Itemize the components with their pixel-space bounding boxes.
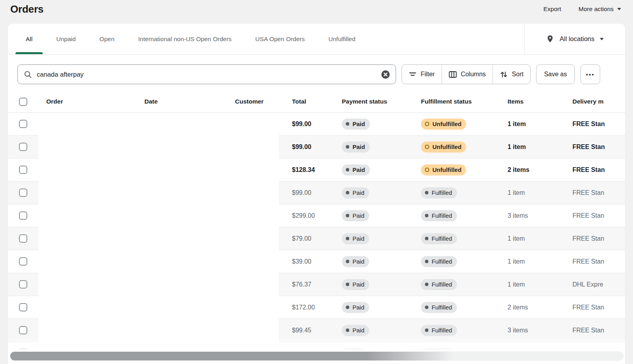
- status-dot-icon: [346, 191, 349, 194]
- save-as-button-label: Save as: [544, 71, 567, 78]
- fulfillment-status-cell: Unfulfilled: [413, 158, 500, 181]
- redacted-order-date-customer: [38, 296, 279, 319]
- table-row[interactable]: $99.45PaidFulfilled3 itemsFREE Stan: [8, 319, 625, 342]
- order-total: $172.00: [279, 296, 334, 319]
- table-row[interactable]: $76.37PaidFulfilled1 itemDHL Expre: [8, 273, 625, 296]
- save-as-button[interactable]: Save as: [536, 64, 575, 84]
- filter-button[interactable]: Filter: [402, 65, 442, 84]
- horizontal-scrollbar-track[interactable]: [9, 351, 624, 361]
- redacted-order-date-customer: [38, 181, 279, 204]
- row-checkbox[interactable]: [19, 143, 27, 151]
- table-row[interactable]: $128.34PaidUnfulfilled2 itemsFREE Stan: [8, 158, 625, 181]
- table-row[interactable]: $99.00PaidUnfulfilled1 itemFREE Stan: [8, 113, 625, 136]
- fulfillment-status-badge-label: Unfulfilled: [432, 143, 461, 150]
- fulfillment-status-badge: Fulfilled: [421, 233, 457, 244]
- tab-usa-open-orders[interactable]: USA Open Orders: [245, 24, 315, 54]
- order-total: $99.00: [279, 113, 334, 136]
- sort-button[interactable]: Sort: [493, 65, 530, 84]
- orders-panel: AllUnpaidOpenInternational non-US Open O…: [8, 24, 625, 364]
- order-total: $39.00: [279, 250, 334, 273]
- table-row[interactable]: $299.00PaidFulfilled3 itemsFREE Stan: [8, 204, 625, 227]
- attention-ring-icon: [425, 145, 429, 149]
- export-button[interactable]: Export: [543, 6, 561, 13]
- more-actions-button[interactable]: More actions: [578, 6, 621, 13]
- payment-status-badge-label: Paid: [353, 121, 365, 127]
- row-checkbox[interactable]: [19, 234, 27, 243]
- tab-label: Unfulfilled: [328, 36, 355, 43]
- filter-icon: [409, 70, 417, 78]
- tab-all[interactable]: All: [15, 24, 43, 54]
- payment-status-badge-label: Paid: [353, 212, 364, 219]
- order-total: $299.00: [279, 204, 334, 227]
- redacted-order-date-customer: [38, 136, 279, 158]
- more-options-button[interactable]: •••: [580, 64, 600, 84]
- columns-button[interactable]: Columns: [442, 65, 493, 84]
- payment-status-cell: Paid: [334, 273, 413, 296]
- row-checkbox[interactable]: [19, 348, 27, 350]
- columns-icon: [449, 70, 457, 79]
- tab-label: All: [26, 36, 32, 43]
- redacted-order-date-customer: [38, 227, 279, 250]
- row-checkbox[interactable]: [19, 189, 27, 197]
- delivery-method: FREE Stan: [564, 113, 625, 136]
- row-select-cell: [8, 319, 38, 342]
- tab-open[interactable]: Open: [89, 24, 125, 54]
- payment-status-badge-label: Paid: [353, 258, 364, 265]
- payment-status-cell: Paid: [334, 296, 413, 319]
- table-row[interactable]: $172.00PaidFulfilled2 itemsFREE Stan: [8, 296, 625, 319]
- clear-icon: [381, 70, 390, 79]
- location-filter-button[interactable]: All locations: [524, 24, 625, 54]
- payment-status-cell: Paid: [334, 158, 413, 181]
- column-header-fulfillment-status: Fulfillment status: [413, 98, 500, 105]
- fulfillment-status-cell: Fulfilled: [413, 181, 500, 204]
- search-input[interactable]: [37, 71, 376, 78]
- view-tabs-bar: AllUnpaidOpenInternational non-US Open O…: [8, 24, 625, 55]
- tab-unpaid[interactable]: Unpaid: [46, 24, 86, 54]
- fulfillment-status-badge: Fulfilled: [421, 187, 457, 198]
- order-total: $99.45: [279, 319, 334, 342]
- fulfillment-status-badge: Unfulfilled: [421, 164, 466, 175]
- payment-status-badge: Paid: [342, 164, 370, 175]
- table-row[interactable]: $99.00PaidUnfulfilled1 itemFREE Stan: [8, 136, 625, 158]
- row-checkbox[interactable]: [19, 166, 27, 174]
- payment-status-cell: Paid: [334, 319, 413, 342]
- items-count: 3 items: [500, 319, 564, 342]
- attention-ring-icon: [425, 168, 429, 172]
- row-checkbox[interactable]: [19, 120, 27, 128]
- clear-search-button[interactable]: [381, 70, 390, 79]
- payment-status-cell: Paid: [334, 113, 413, 136]
- row-select-cell: [8, 181, 38, 204]
- payment-status-badge: Paid: [342, 210, 369, 221]
- row-select-cell: [8, 204, 38, 227]
- tab-label: Open: [99, 36, 114, 43]
- redacted-order-date-customer: [38, 273, 279, 296]
- items-count: 1 item: [500, 136, 564, 158]
- table-row[interactable]: $99.00PaidFulfilled1 itemFREE Stan: [8, 181, 625, 204]
- payment-status-badge-label: Paid: [353, 281, 364, 288]
- tab-unfulfilled[interactable]: Unfulfilled: [318, 24, 366, 54]
- payment-status-badge: Paid: [342, 256, 369, 267]
- row-checkbox[interactable]: [19, 257, 27, 266]
- status-dot-icon: [346, 306, 349, 309]
- more-actions-label: More actions: [578, 6, 614, 13]
- row-select-cell: [8, 158, 38, 181]
- column-header-order: Order: [38, 98, 136, 105]
- row-select-cell: [8, 250, 38, 273]
- table-row[interactable]: $79.00PaidFulfilled1 itemFREE Stan: [8, 227, 625, 250]
- tab-international-non-us-open-orders[interactable]: International non-US Open Orders: [128, 24, 242, 54]
- table-row[interactable]: $39.00PaidFulfilled1 itemFREE Stan: [8, 250, 625, 273]
- select-all-checkbox[interactable]: [19, 98, 27, 106]
- redacted-order-date-customer: [38, 250, 279, 273]
- row-checkbox[interactable]: [19, 303, 27, 311]
- fulfillment-status-badge: Fulfilled: [421, 302, 457, 313]
- order-total: $99.00: [279, 181, 334, 204]
- delivery-method: FREE Stan: [564, 181, 625, 204]
- horizontal-scrollbar-thumb[interactable]: [10, 352, 455, 360]
- fulfillment-status-cell: Fulfilled: [413, 250, 500, 273]
- row-checkbox[interactable]: [19, 326, 27, 334]
- payment-status-cell: Paid: [334, 250, 413, 273]
- status-dot-icon: [346, 145, 349, 149]
- fulfillment-status-badge-label: Fulfilled: [432, 235, 452, 242]
- row-checkbox[interactable]: [19, 280, 27, 289]
- row-checkbox[interactable]: [19, 211, 27, 220]
